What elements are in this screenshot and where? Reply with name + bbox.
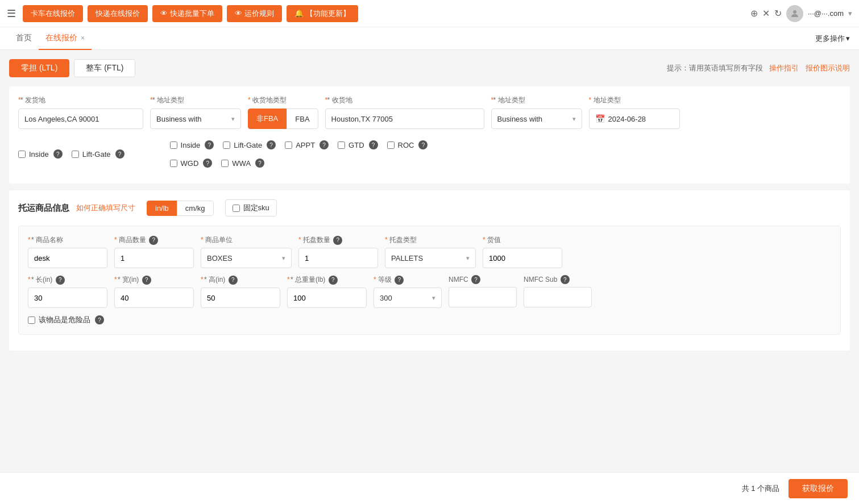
roc-dest-input[interactable] <box>387 141 395 149</box>
length-input[interactable] <box>28 288 107 308</box>
tab-online-quote[interactable]: 在线报价 × <box>39 27 92 50</box>
fixed-sku-toggle[interactable]: 固定sku <box>225 199 277 216</box>
appt-dest-checkbox[interactable]: APPT ? <box>285 140 329 149</box>
truck-quote-button[interactable]: 卡车在线报价 <box>23 5 83 22</box>
grade-select[interactable]: 300 ▾ <box>374 288 442 308</box>
inside-origin-help[interactable]: ? <box>53 149 63 159</box>
weight-help[interactable]: ? <box>329 276 338 285</box>
more-actions-button[interactable]: 更多操作 ▾ <box>815 34 850 44</box>
appt-dest-help[interactable]: ? <box>319 140 329 149</box>
wgd-dest-checkbox[interactable]: WGD ? <box>170 159 213 168</box>
origin-label: * * 发货地 <box>18 95 143 105</box>
liftgate-dest-checkbox[interactable]: Lift-Gate ? <box>223 140 276 149</box>
wgd-dest-input[interactable] <box>170 160 177 167</box>
gtd-dest-checkbox[interactable]: GTD ? <box>338 140 377 149</box>
nmfc-sub-input[interactable] <box>524 287 592 307</box>
wgd-dest-help[interactable]: ? <box>203 159 212 168</box>
length-help[interactable]: ? <box>56 276 65 285</box>
origin-input[interactable] <box>18 109 143 129</box>
menu-icon[interactable]: ☰ <box>7 7 16 20</box>
width-help[interactable]: ? <box>142 276 151 285</box>
pallet-qty-help[interactable]: ? <box>333 236 342 245</box>
roc-dest-help[interactable]: ? <box>418 140 428 149</box>
fba-button[interactable]: FBA <box>287 109 318 129</box>
express-quote-button[interactable]: 快递在线报价 <box>88 5 148 22</box>
gtd-dest-help[interactable]: ? <box>369 140 378 149</box>
nmfc-label: NMFC ? <box>449 275 517 284</box>
operation-guide-link[interactable]: 操作指引 <box>769 64 799 72</box>
width-input[interactable] <box>114 288 194 308</box>
height-group: * * 高(in) ? <box>201 275 280 308</box>
fixed-sku-checkbox[interactable] <box>233 205 240 212</box>
height-help[interactable]: ? <box>229 276 238 285</box>
inside-dest-input[interactable] <box>170 141 177 149</box>
product-qty-input[interactable] <box>114 248 194 268</box>
bottom-spacer <box>9 357 850 391</box>
pallet-type-group: * 托盘类型 PALLETS ▾ <box>385 235 476 268</box>
inside-dest-help[interactable]: ? <box>205 140 214 149</box>
grade-help[interactable]: ? <box>395 276 404 285</box>
dest-addr-type-select[interactable]: Business with ▾ <box>491 109 582 129</box>
origin-addr-type-group: * * 地址类型 Business with ▾ <box>150 95 241 129</box>
weight-label: * * 总重量(lb) ? <box>287 275 367 285</box>
danger-help[interactable]: ? <box>95 315 104 324</box>
refresh-icon[interactable]: ↻ <box>774 8 782 19</box>
cargo-value-input[interactable] <box>483 248 562 268</box>
inside-origin-input[interactable] <box>18 151 26 158</box>
dest-group: * * 收货地 <box>325 95 484 129</box>
user-dropdown-icon[interactable]: ▾ <box>848 9 852 18</box>
appt-dest-input[interactable] <box>285 141 292 149</box>
inside-origin-checkbox[interactable]: Inside ? <box>18 149 63 159</box>
close-icon[interactable]: ✕ <box>762 8 770 19</box>
dest-input[interactable] <box>325 109 484 129</box>
origin-addr-type-select[interactable]: Business with ▾ <box>150 109 241 129</box>
calendar-icon: 📅 <box>595 114 605 123</box>
liftgate-origin-help[interactable]: ? <box>115 149 125 159</box>
wwa-dest-input[interactable] <box>221 160 229 167</box>
pallet-type-label: * 托盘类型 <box>385 235 476 245</box>
gtd-dest-input[interactable] <box>338 141 345 149</box>
quote-illustration-link[interactable]: 报价图示说明 <box>806 64 850 72</box>
cargo-value-group: * 货值 <box>483 235 562 268</box>
grade-chevron: ▾ <box>432 294 435 302</box>
tab-home[interactable]: 首页 <box>9 27 39 50</box>
qty-help[interactable]: ? <box>149 236 158 245</box>
cmkg-btn[interactable]: cm/kg <box>177 201 214 216</box>
nmfc-input[interactable] <box>449 287 517 307</box>
ftl-tab[interactable]: 整车 (FTL) <box>74 59 135 77</box>
translate-icon[interactable]: ⊕ <box>750 8 758 19</box>
inlb-btn[interactable]: in/lb <box>147 201 177 216</box>
pallet-type-select[interactable]: PALLETS ▾ <box>385 248 476 268</box>
freight-rules-button[interactable]: 👁 运价规则 <box>227 5 282 22</box>
avatar[interactable] <box>786 5 803 22</box>
wwa-dest-help[interactable]: ? <box>255 159 264 168</box>
feature-update-button[interactable]: 🔔 【功能更新】 <box>287 5 358 22</box>
danger-checkbox[interactable] <box>28 316 35 324</box>
non-fba-button[interactable]: 非FBA <box>248 109 287 129</box>
liftgate-dest-input[interactable] <box>223 141 230 149</box>
main-content: 零担 (LTL) 整车 (FTL) 提示：请用英语填写所有字段 操作指引 报价图… <box>0 50 859 504</box>
roc-dest-checkbox[interactable]: ROC ? <box>387 140 428 149</box>
pallet-qty-input[interactable] <box>298 248 378 268</box>
product-unit-select[interactable]: BOXES ▾ <box>201 248 292 268</box>
checkboxes-container: Inside ? Lift-Gate ? Inside ? <box>18 138 841 170</box>
get-quote-button[interactable]: 获取报价 <box>789 479 848 498</box>
tab-close-icon[interactable]: × <box>81 34 85 42</box>
product-name-label: * * 商品名称 <box>28 235 107 245</box>
express-batch-button[interactable]: 👁 快递批量下单 <box>152 5 222 22</box>
weight-input[interactable] <box>287 288 367 308</box>
product-qty-group: * 商品数量 ? <box>114 235 194 268</box>
liftgate-dest-help[interactable]: ? <box>267 140 276 149</box>
nmfc-help[interactable]: ? <box>471 275 480 284</box>
height-input[interactable] <box>201 288 280 308</box>
liftgate-origin-input[interactable] <box>72 151 79 158</box>
liftgate-origin-checkbox[interactable]: Lift-Gate ? <box>72 149 125 159</box>
ltl-tab[interactable]: 零担 (LTL) <box>9 59 69 77</box>
date-picker[interactable]: 📅 2024-06-28 <box>589 109 680 129</box>
wwa-dest-checkbox[interactable]: WWA ? <box>221 159 264 168</box>
cargo-value-label: * 货值 <box>483 235 562 245</box>
nmfc-sub-help[interactable]: ? <box>561 275 570 284</box>
inside-dest-checkbox[interactable]: Inside ? <box>170 140 214 149</box>
product-name-input[interactable] <box>28 248 107 268</box>
size-hint-link[interactable]: 如何正确填写尺寸 <box>76 203 135 213</box>
